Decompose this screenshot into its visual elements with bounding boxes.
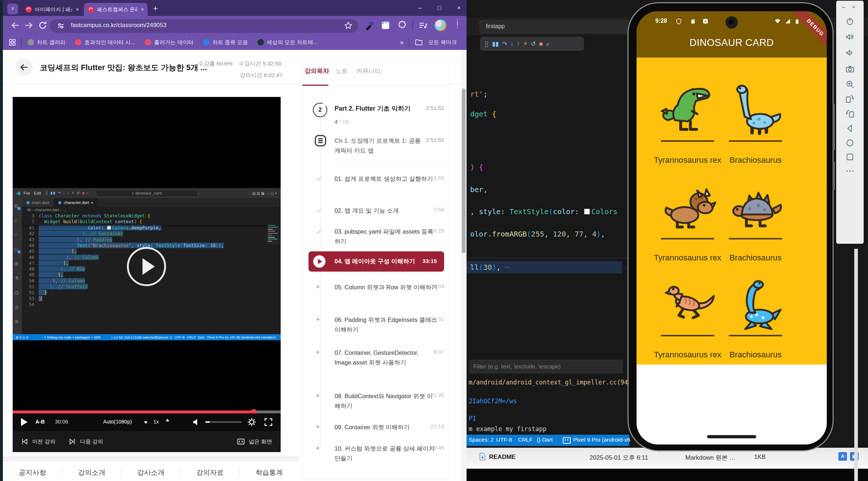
zoom-in-icon[interactable] [845,80,855,89]
dinosaur-image-tricera[interactable] [659,179,716,236]
quality-dropdown-icon[interactable] [144,421,148,424]
dinosaur-card[interactable] [727,179,784,238]
window-maximize-button[interactable]: □ [434,3,445,13]
window-minimize-button[interactable]: – [414,3,425,13]
bookmark-item[interactable]: 세상의 모든 차트에... [258,39,318,46]
recorded-editor-tab[interactable]: main.dart [22,198,54,207]
settings-gear-icon[interactable] [247,417,257,427]
vscode-editor[interactable]: rt';dget {) {ber,, style: TextStyle(colo… [467,35,626,361]
activity-bar-icon[interactable]: ⊞ [14,261,20,267]
ruler-extension-icon[interactable] [380,20,391,30]
more-icon[interactable] [845,166,855,176]
home-indicator[interactable] [707,435,756,438]
bookmark-item[interactable]: 흘러가는 데이터 [145,39,193,46]
home-icon[interactable] [845,138,855,148]
emulator-minimize-button[interactable]: – [842,4,845,11]
activity-bar-icon[interactable]: ⑂ [14,232,20,238]
activity-bar-icon[interactable]: ◎ [14,305,20,310]
camera-icon[interactable] [845,64,855,74]
playlist-music-icon[interactable] [418,20,428,30]
tab-search-chevron-icon[interactable]: ˅ [7,4,18,14]
play-button[interactable] [21,418,27,426]
activity-bar-icon[interactable]: ⌕ [14,218,20,224]
power-icon[interactable] [845,17,855,26]
site-settings-icon[interactable] [56,22,65,30]
all-bookmarks-label[interactable]: 모든 북마크 [428,39,457,46]
emulator-close-button[interactable]: × [852,4,855,10]
rotate-ccw-icon[interactable] [845,94,855,104]
statusbar-segment[interactable]: Pixel 9 Pro (android-x6 [573,437,630,443]
power-button[interactable] [833,161,835,190]
apps-grid-icon[interactable] [8,38,17,47]
next-lecture-icon[interactable] [68,438,76,446]
profile-avatar[interactable] [435,20,446,31]
menu-file[interactable]: File [24,191,30,195]
phone-screen[interactable]: 9:28 A DEBUG DINOSAUR CARD Tyrannosaurus… [637,11,827,444]
tab-close-icon[interactable]: × [76,7,79,12]
menu-edit[interactable]: Edit [34,191,41,195]
tab-notes[interactable]: 노트 [336,67,348,75]
activity-bar-icon[interactable]: ⌬ [14,290,20,296]
tab-curriculum[interactable]: 강의목차 [305,67,329,75]
debug-console-filter-input[interactable]: Filter (e.g. text, !exclude, \escape) [469,360,623,373]
course-bottom-tab[interactable]: 공지사항 [3,464,62,481]
course-bottom-tab[interactable]: 강의자료 [180,464,240,481]
wide-screen-icon[interactable] [237,437,245,446]
page-scrollbar-thumb[interactable] [462,89,465,253]
statusbar-segment[interactable]: Spaces: 2 [469,437,494,443]
quality-selector[interactable]: Auto(1080p) [103,419,132,425]
ab-repeat-button[interactable]: A-B [35,419,45,425]
bookmark-item[interactable]: 차트 갤러리 [27,39,65,46]
browser-tab[interactable]: 패스트캠퍼스 온라인 강의 - 코× [84,3,148,16]
back-icon[interactable] [10,20,20,30]
section-title[interactable]: Part 2. Flutter 기초 익히기 [335,104,425,113]
speed-selector[interactable]: 1x [153,419,159,425]
speed-up-icon[interactable] [166,419,169,421]
volume-down-icon[interactable] [845,48,855,58]
dinosaur-card[interactable] [727,81,784,140]
dinosaur-card[interactable] [727,276,784,335]
video-play-overlay-button[interactable] [127,247,166,286]
video-progress-remaining[interactable] [254,410,281,413]
bookmark-star-icon[interactable] [344,21,353,30]
eyedropper-extension-icon[interactable] [365,20,375,30]
video-progress-watched[interactable] [13,410,254,413]
course-bottom-tab[interactable]: 강의소개 [62,464,122,481]
panel-divider[interactable] [467,258,627,258]
overview-icon[interactable] [845,152,855,162]
prev-lecture-icon[interactable] [21,438,29,446]
bookmarks-overflow-chevron[interactable]: » [400,39,404,46]
bookmark-item[interactable]: 차트 종류 모음 [203,39,248,46]
next-lecture-label[interactable]: 다음 강의 [80,438,103,445]
recorded-editor-tab[interactable]: character.dart● [54,198,98,207]
dinosaur-image-brachio[interactable] [727,81,784,139]
dinosaur-image-plesio[interactable] [727,276,784,333]
dinosaur-image-raptor[interactable] [659,276,716,333]
prev-lecture-label[interactable]: 이전 강의 [32,438,55,445]
tab-close-icon[interactable]: × [141,7,144,12]
statusbar-segment[interactable]: CRLF [518,437,532,443]
forward-icon[interactable] [24,20,34,30]
bookmark-item[interactable]: 효과적인 데이터 시... [75,39,135,46]
dinosaur-card[interactable] [659,179,716,238]
statusbar-segment[interactable]: UTF-8 [496,437,512,443]
wide-screen-label[interactable]: 넓은 화면 [249,438,272,445]
volume-icon[interactable] [192,417,201,427]
background-scrollbar[interactable] [854,249,858,481]
reload-icon[interactable] [38,20,48,30]
dinosaur-image-anky[interactable] [727,179,784,236]
back-icon[interactable] [845,124,855,133]
volume-slider-track[interactable] [205,421,242,423]
statusbar-segment[interactable]: {} Dart [537,437,553,443]
tab-community[interactable]: 커뮤니티 [356,67,381,75]
vscode-command-center[interactable]: firstapp [480,20,631,33]
new-tab-button[interactable]: + [150,4,161,14]
file-name[interactable]: README [489,454,516,461]
window-close-button[interactable]: × [454,3,464,13]
tray-ime-icon[interactable]: A [838,452,847,461]
browser-tab[interactable]: 마이페이지 | 패스트캠퍼스× [22,3,82,16]
volume-up-icon[interactable] [845,33,855,42]
dinosaur-card[interactable] [659,276,716,335]
rotate-cw-icon[interactable] [845,109,855,119]
url-text[interactable]: fastcampus.co.kr/classroom/249053 [71,22,166,29]
